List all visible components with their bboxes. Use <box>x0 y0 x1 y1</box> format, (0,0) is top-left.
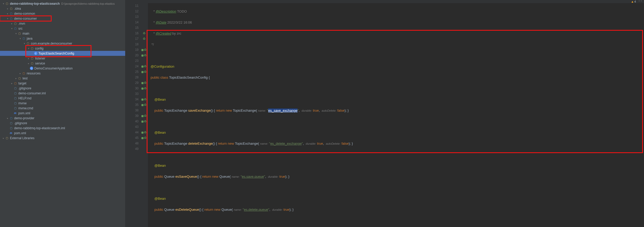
file-icon: ▢ <box>13 101 17 105</box>
tree-item-consumer[interactable]: ▾▢demo-consumer <box>0 16 51 21</box>
module-icon: ▢ <box>9 116 13 120</box>
tree-item-gitignore2[interactable]: ▢.gitignore <box>0 121 125 126</box>
folder-icon: ▢ <box>5 2 9 6</box>
folder-icon: ▢ <box>17 31 21 36</box>
resources-icon: ▢ <box>21 71 26 75</box>
tree-item-config[interactable]: ▾▢config <box>0 46 125 51</box>
pom-icon: m <box>13 111 17 115</box>
tree-item-main[interactable]: ▾▢main <box>0 31 125 36</box>
project-tree-panel: ▾▢ demo-rabbitmq-top-elasticsearch D:\ja… <box>0 0 125 227</box>
tree-item-resources[interactable]: ▸▢resources <box>0 71 125 76</box>
tree-item-rootiml[interactable]: ▢demo-rabbitmq-top-elasticsearch.iml <box>0 126 125 131</box>
pom-icon: m <box>9 131 13 135</box>
folder-icon: ▢ <box>13 21 17 26</box>
module-icon: ▢ <box>9 12 13 16</box>
tree-item-pom[interactable]: mpom.xml <box>0 111 125 116</box>
gutter-icons: ♻♻♻♻♻♻♻♻♻♻♻♻♻♻ <box>140 3 148 227</box>
class-icon: C <box>34 52 37 55</box>
file-icon: ▢ <box>13 106 17 110</box>
folder-icon: ▢ <box>21 36 26 41</box>
package-icon: ▢ <box>30 46 34 51</box>
folder-icon: ▢ <box>9 7 13 11</box>
package-icon: ▢ <box>30 56 34 61</box>
tree-item-test[interactable]: ▸▢test <box>0 76 125 81</box>
library-icon: ▢ <box>5 136 9 140</box>
tree-item-provider[interactable]: ▸▢demo-provider <box>0 116 125 121</box>
folder-icon: ▢ <box>13 26 17 31</box>
tree-item-gitignore[interactable]: ▢.gitignore <box>0 86 125 91</box>
tree-item-src[interactable]: ▾▢src <box>0 26 125 31</box>
editor-body: 1112131415161718192023242528293033343538… <box>125 3 644 227</box>
tree-item-appclass[interactable]: CDemoConsumerApplication <box>0 66 125 71</box>
code-area[interactable]: * @Description TODO * @Date 2022/3/22 16… <box>148 3 644 227</box>
tree-item-common[interactable]: ▸▢demo-common <box>0 11 125 16</box>
tree-item-mvnwcmd[interactable]: ▢mvnw.cmd <box>0 106 125 111</box>
package-icon: ▢ <box>26 41 30 46</box>
package-icon: ▢ <box>30 61 34 66</box>
tree-item-mvn[interactable]: ▸▢.mvn <box>0 21 125 26</box>
tree-item-extlib[interactable]: ▸▢External Libraries <box>0 136 125 140</box>
tree-root[interactable]: ▾▢ demo-rabbitmq-top-elasticsearch D:\ja… <box>0 1 125 6</box>
tree-item-listener[interactable]: ▸▢listener <box>0 56 125 61</box>
warning-icon: ▲ <box>631 0 634 3</box>
tree-item-service[interactable]: ▸▢service <box>0 61 125 66</box>
tree-item-iml[interactable]: ▢demo-consumer.iml <box>0 91 125 96</box>
target-icon: ▢ <box>13 81 17 85</box>
file-icon: ▢ <box>13 91 17 95</box>
file-icon: ▢ <box>9 126 13 130</box>
folder-icon: ▢ <box>17 76 21 80</box>
line-gutter: 1112131415161718192023242528293033343538… <box>125 3 140 227</box>
file-icon: ▢ <box>13 96 17 100</box>
tree-item-help[interactable]: ▢HELP.md <box>0 96 125 101</box>
tree-item-pom2[interactable]: mpom.xml <box>0 131 125 136</box>
tree-item-pkg[interactable]: ▾▢com.example.democonsumer <box>0 41 125 46</box>
module-icon: ▢ <box>9 17 13 21</box>
tree-item-topic-class[interactable]: CTopicElasticSearchConfig <box>0 51 125 56</box>
nav-updown-icon[interactable]: ˄ ˅ <box>639 0 642 3</box>
warning-count[interactable]: 4 <box>634 0 636 3</box>
editor-area: ▲ 4 ˄ ˅ 11121314151617181920232425282930… <box>125 0 644 227</box>
file-icon: ▢ <box>13 86 17 90</box>
editor-status-bar: ▲ 4 ˄ ˅ <box>125 0 644 3</box>
tree-item-javafolder[interactable]: ▾▢java <box>0 36 125 41</box>
class-icon: C <box>30 67 33 70</box>
tree-item-target[interactable]: ▸▢target <box>0 81 125 86</box>
tree-item-idea[interactable]: ▸▢.idea <box>0 6 125 11</box>
root-path: D:\javaproject\demo-rabbitmq-top-elastic… <box>61 2 115 5</box>
file-icon: ▢ <box>9 121 13 125</box>
tree-item-mvnw[interactable]: ▢mvnw <box>0 101 125 106</box>
root-label: demo-rabbitmq-top-elasticsearch <box>10 2 60 6</box>
project-tree[interactable]: ▾▢ demo-rabbitmq-top-elasticsearch D:\ja… <box>0 0 125 227</box>
